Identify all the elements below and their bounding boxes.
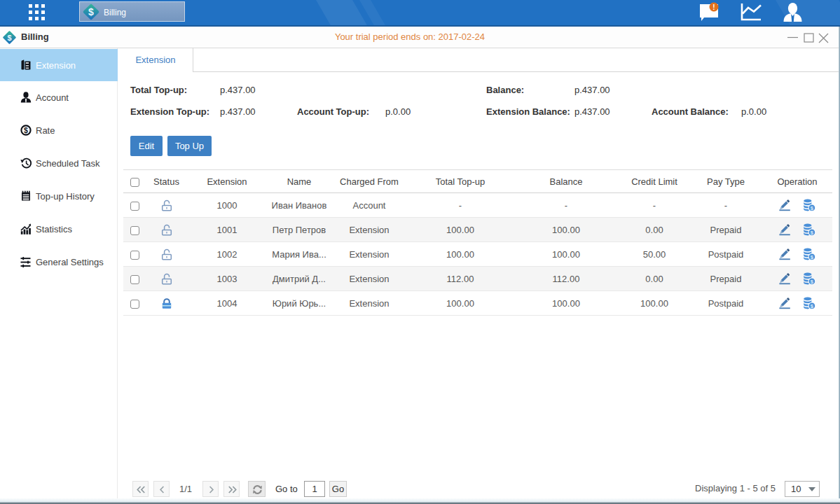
- svg-text:!: !: [712, 4, 715, 11]
- svg-text:$: $: [24, 126, 28, 134]
- svg-text:$: $: [88, 6, 94, 18]
